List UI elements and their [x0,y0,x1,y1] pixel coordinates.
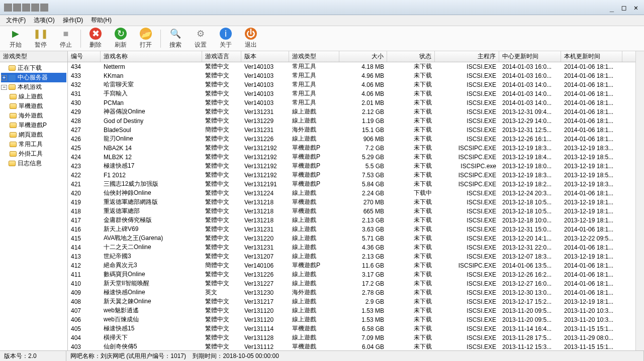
table-row[interactable]: 431手寫輸入繁體中文Ver140103常用工具4.06 MB未下载ISCSI.… [68,89,635,98]
table-cell: 2013-12-19 18:3... [499,172,561,179]
table-cell: 線上遊戲 [289,315,339,324]
table-cell: 新天上碑V69 [101,225,202,233]
table-row[interactable]: 434Netterm繁體中文Ver140103常用工具4.18 MB未下载ISC… [68,62,635,71]
tree-node[interactable]: 線上遊戲 [1,92,66,101]
grid-body[interactable]: 434Netterm繁體中文Ver140103常用工具4.18 MB未下载ISC… [68,62,635,350]
table-cell: 2013-12-31 09:4... [499,108,561,115]
table-cell: 2014-01-06 18:1... [561,280,622,287]
table-row[interactable]: 414十二之天二Online繁體中文Ver131231線上遊戲4.36 GB未下… [68,243,635,252]
column-header[interactable]: 游戏类型 [289,51,339,62]
table-row[interactable]: 424MLB2K 12繁體中文Ver1312192單機遊戲P5.29 GB未下载… [68,153,635,162]
table-row[interactable]: 421三國志12威力加强版繁體中文Ver1312191單機遊戲P5.84 GB未… [68,180,635,189]
tree-node[interactable]: 常用工具 [1,140,66,149]
table-cell: 未下载 [387,116,435,125]
tree-label: 單機遊戲 [19,102,43,110]
column-header[interactable]: 中心更新时间 [499,51,561,62]
settings-button[interactable]: ⚙设置 [188,27,213,50]
pause-button[interactable]: ❚❚暂停 [28,27,53,50]
tree-node[interactable]: 外掛工具 [1,149,66,159]
table-row[interactable]: 417金庸群俠傳究極版繁體中文Ver131218線上遊戲2.13 GB未下载IS… [68,216,635,225]
column-header[interactable]: 本机更新时间 [561,51,622,62]
tree-node[interactable]: +中心服务器 [1,73,66,82]
table-row[interactable]: 404橫掃天下繁體中文Ver131128線上遊戲7.09 MB未下载ISCSI.… [68,333,635,342]
column-header[interactable]: 主程序 [435,51,499,62]
folder-icon [9,122,17,129]
tree-node[interactable]: 單機遊戲P [1,121,66,130]
menu-operate[interactable]: 操作(D) [59,15,87,26]
table-cell: 線上遊戲 [289,216,339,224]
start-button[interactable]: ▶开始 [3,27,28,50]
table-cell: ISCSI.EXE [435,235,499,242]
column-header[interactable]: 大小 [339,51,387,62]
table-row[interactable]: 416新天上碑V69繁體中文Ver131231線上遊戲3.63 GB未下载ISC… [68,225,635,234]
table-cell: 繁體中文 [202,89,241,98]
about-button[interactable]: i关于 [213,27,238,50]
table-row[interactable]: 410新天堂II智能唤醒繁體中文Ver131227線上遊戲17.2 GB未下载I… [68,279,635,288]
table-cell: 4.36 GB [339,244,387,251]
table-row[interactable]: 423極速快感17繁體中文Ver1312192單機遊戲P5.5 GB未下载ISC… [68,162,635,171]
table-cell: Ver140103 [241,72,289,79]
table-cell: 420 [68,190,101,197]
table-cell: 423 [68,163,101,170]
table-row[interactable]: 420仙俠封神錄Online繁體中文Ver131224線上遊戲2.24 GB下载… [68,189,635,198]
tree-node[interactable]: −本机游戏 [1,82,66,92]
tree-node[interactable]: 單機遊戲 [1,101,66,111]
table-row[interactable]: 419重返德軍總部網路版繁體中文Ver131218單機遊戲270 MB未下载IS… [68,198,635,207]
stop-button[interactable]: ■停止 [53,27,78,50]
table-row[interactable]: 427BladeSoul簡體中文Ver131231海外遊戲15.1 GB未下载I… [68,126,635,135]
tree-node[interactable]: 網頁遊戲 [1,130,66,140]
menu-help[interactable]: 帮助(H) [87,15,116,26]
column-header[interactable]: 游戏名称 [101,51,202,62]
table-row[interactable]: 409極速快感Online英文Ver131230海外遊戲2.78 GB未下载IS… [68,288,635,297]
table-row[interactable]: 406web百煉成仙繁體中文Ver131120線上遊戲1.53 MB未下载ISC… [68,315,635,324]
table-row[interactable]: 422F1 2012繁體中文Ver1312192單機遊戲P7.53 GB未下载I… [68,171,635,180]
menu-options[interactable]: 选项(O) [30,15,58,26]
table-row[interactable]: 407web魅影逍遙繁體中文Ver131120線上遊戲1.53 MB未下载ISC… [68,306,635,315]
table-row[interactable]: 412絕命異次元3簡體中文Ver140106單機遊戲P11.6 GB未下载ISC… [68,261,635,270]
table-cell: 繁體中文 [202,279,241,288]
menu-file[interactable]: 文件(F) [2,15,30,26]
table-row[interactable]: 425NBA2K 14繁體中文Ver1312192單機遊戲P7.2 GB未下载I… [68,144,635,153]
table-row[interactable]: 426龍刃Online繁體中文Ver131226線上遊戲906 MB未下载ISC… [68,135,635,144]
table-row[interactable]: 432哈雷聊天室繁體中文Ver140103常用工具4.06 MB未下载ISCSI… [68,80,635,89]
table-row[interactable]: 430PCMan繁體中文Ver140103常用工具2.01 MB未下载ISCSI… [68,98,635,107]
column-header[interactable]: 编号 [68,51,101,62]
tree-toggle-icon[interactable]: + [1,75,7,80]
minimize-button[interactable]: _ [606,3,618,13]
close-button[interactable]: ✕ [630,3,642,13]
table-cell: 繁體中文 [202,324,241,333]
table-row[interactable]: 413世紀帝國3繁體中文Ver131207線上遊戲2.13 GB未下载ISCSI… [68,252,635,261]
table-row[interactable]: 429神器傳說Online繁體中文Ver131231線上遊戲2.12 GB未下载… [68,107,635,116]
table-row[interactable]: 428God of Destiny繁體中文Ver131229線上遊戲1.19 G… [68,116,635,126]
table-row[interactable]: 405極速快感15繁體中文Ver131114單機遊戲6.58 GB未下载ISCS… [68,324,635,333]
table-row[interactable]: 403仙劍奇俠傳5繁體中文Ver131112單機遊戲6.04 GB未下载ISCS… [68,342,635,350]
table-cell: ISCSI.EXE [435,199,499,206]
tree-toggle-icon[interactable]: − [1,85,7,90]
delete-button[interactable]: ✖删除 [83,27,108,50]
column-header[interactable]: 游戏语言 [202,51,241,62]
table-cell: 哈雷聊天室 [101,80,202,89]
column-header[interactable]: 版本 [241,51,289,62]
table-row[interactable]: 408新天翼之鍊Online繁體中文Ver131217線上遊戲2.9 GB未下载… [68,297,635,306]
tree-node[interactable]: 日志信息 [1,159,66,168]
table-cell: 7.53 GB [339,172,387,179]
table-row[interactable]: 415AVA戰地之王(Garena)繁體中文Ver131220線上遊戲5.71 … [68,234,635,243]
table-row[interactable]: 418重返德軍總部繁體中文Ver131218單機遊戲665 MB未下载ISCSI… [68,207,635,216]
refresh-button[interactable]: ↻刷新 [108,27,133,50]
open-button[interactable]: 📂打开 [133,27,158,50]
table-cell: 繁體中文 [202,189,241,197]
table-cell: Ver131226 [241,136,289,143]
column-header[interactable]: 状态 [387,51,435,62]
search-button[interactable]: 🔍搜索 [163,27,188,50]
table-row[interactable]: 411數碼寶貝Online繁體中文Ver131226線上遊戲3.17 GB未下载… [68,270,635,279]
maximize-button[interactable]: □ [618,3,630,13]
table-cell: 2013-12-19 18:1... [561,199,622,206]
scrollbar-vertical[interactable] [635,51,644,62]
scrollbar-vertical[interactable] [635,62,644,350]
table-row[interactable]: 433KKman繁體中文Ver140103常用工具4.96 MB未下载ISCSI… [68,71,635,80]
tree-node[interactable]: 正在下载 [1,63,66,73]
table-cell: 2013-12-31 15:0... [499,226,561,233]
exit-button[interactable]: ⏻退出 [238,27,263,50]
tree-node[interactable]: 海外遊戲 [1,111,66,121]
table-cell: ISCSIPC.EXE [435,154,499,161]
